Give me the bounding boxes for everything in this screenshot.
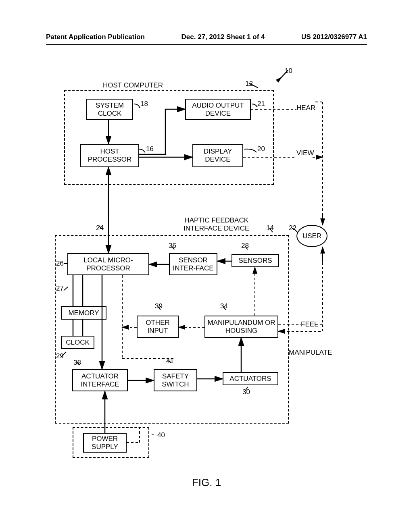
ref-36: 36 [169, 242, 176, 250]
manipulandum-block: MANIPULANDUM OR HOUSING [204, 316, 278, 338]
ref-26: 26 [56, 260, 64, 268]
ref-20: 20 [257, 145, 265, 153]
ref-22: 22 [289, 224, 296, 232]
power-supply-block: POWER SUPPLY [83, 433, 127, 453]
display-device-block: DISPLAY DEVICE [192, 144, 243, 167]
ref-24: 24 [96, 224, 104, 232]
ref-16: 16 [146, 145, 154, 153]
host-processor-block: HOST PROCESSOR [80, 144, 139, 167]
ref-41: 41 [166, 357, 174, 365]
feel-label: FEEL [301, 320, 318, 328]
haptic-title: HAPTIC FEEDBACK INTERFACE DEVICE [184, 216, 249, 233]
ref-12: 12 [245, 80, 253, 88]
actuator-interface-block: ACTUATOR INTERFACE [72, 369, 128, 391]
ref-38: 38 [73, 359, 81, 367]
ref-29: 29 [56, 352, 64, 360]
hear-label: HEAR [296, 104, 315, 112]
ref-21: 21 [257, 100, 265, 108]
ref-39: 39 [155, 302, 163, 310]
other-input-block: OTHER INPUT [137, 316, 179, 338]
host-computer-title: HOST COMPUTER [103, 81, 163, 89]
system-clock-block: SYSTEM CLOCK [86, 99, 133, 120]
audio-output-block: AUDIO OUTPUT DEVICE [185, 99, 251, 120]
sensor-interface-block: SENSOR INTER-FACE [169, 253, 217, 275]
memory-block: MEMORY [61, 306, 106, 320]
ref-18: 18 [140, 100, 148, 108]
sensors-block: SENSORS [232, 254, 279, 267]
actuators-block: ACTUATORS [223, 372, 278, 385]
ref-34: 34 [220, 302, 228, 310]
ref-10: 10 [285, 67, 292, 75]
figure-label: FIG. 1 [192, 476, 221, 489]
clock-block: CLOCK [61, 336, 94, 349]
local-microprocessor-block: LOCAL MICRO-PROCESSOR [67, 253, 149, 275]
ref-27: 27 [56, 285, 64, 293]
safety-switch-block: SAFETY SWITCH [154, 369, 197, 391]
ref-28: 28 [241, 242, 249, 250]
ref-30: 30 [242, 388, 250, 396]
manipulate-label: MANIPULATE [289, 349, 332, 357]
ref-14: 14 [266, 224, 274, 232]
view-label: VIEW [296, 149, 314, 157]
user-circle: USER [296, 225, 327, 247]
ref-40: 40 [157, 431, 165, 439]
diagram-page: HOST COMPUTER SYSTEM CLOCK HOST PROCESSO… [0, 0, 413, 532]
